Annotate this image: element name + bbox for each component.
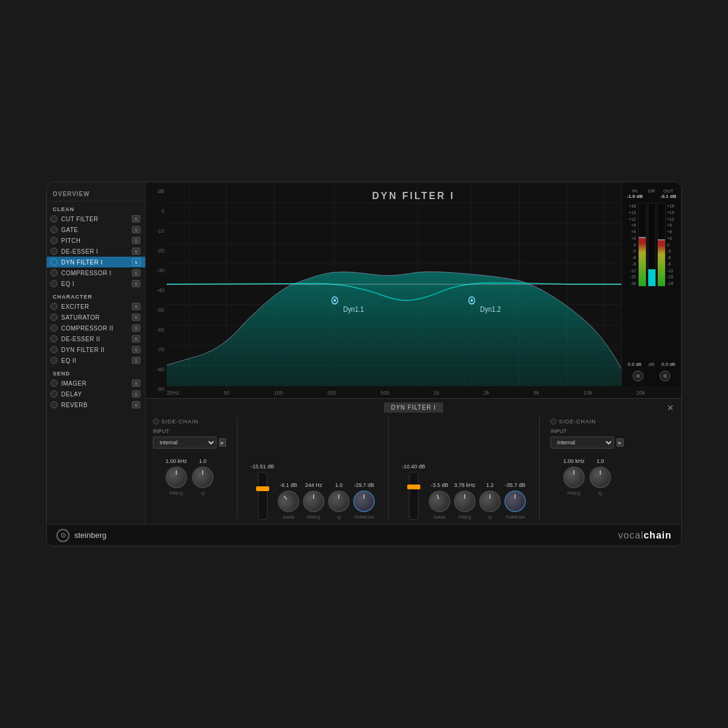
bottom-panel: DYN FILTER I ✕ SIDE-CHAIN INPUT <box>146 398 681 524</box>
content-area: DYN FILTER I dB 0 -10 -20 -30 -40 -50 -6… <box>146 182 681 524</box>
sidebar-item-dyn-filter-ii[interactable]: DYN FILTER II S <box>47 344 145 355</box>
dyn1-gain-knob[interactable] <box>273 486 304 517</box>
sidebar-item-exciter[interactable]: EXCITER S <box>47 301 145 312</box>
x-label-1k: 1k <box>434 390 440 396</box>
dyn2-gain-knob[interactable] <box>426 488 453 515</box>
sidebar-item-label: GATE <box>61 227 132 233</box>
dyn1-gain-label: GAIN <box>282 515 294 520</box>
power-icon-cut-filter[interactable] <box>50 215 58 222</box>
dyn2-freq-knob[interactable] <box>454 491 476 512</box>
left-input-select[interactable]: Internal <box>153 437 216 449</box>
solo-btn-compressor-i[interactable]: S <box>132 269 140 276</box>
plugin-container: OVERVIEW CLEAN CUT FILTER S GATE S PITCH… <box>46 182 682 546</box>
sidebar-item-pitch[interactable]: PITCH S <box>47 235 145 246</box>
sidebar-item-label: COMPRESSOR II <box>61 325 132 332</box>
solo-btn-pitch[interactable]: S <box>132 237 140 244</box>
footer: ⊙ steinberg vocalchain <box>47 524 681 546</box>
sidebar-item-eq-i[interactable]: EQ I S <box>47 278 145 289</box>
power-icon-saturator[interactable] <box>50 314 58 321</box>
dyn1-q-knob[interactable] <box>328 491 350 512</box>
dyn2-fader-handle[interactable] <box>407 485 420 489</box>
bypass-button-in[interactable] <box>639 237 646 238</box>
power-icon-gate[interactable] <box>50 226 58 233</box>
sidebar-item-de-esser-i[interactable]: DE-ESSER I S <box>47 246 145 257</box>
power-icon-pitch[interactable] <box>50 237 58 244</box>
solo-btn-delay[interactable]: S <box>132 390 140 398</box>
sidebar-item-gate[interactable]: GATE S <box>47 224 145 235</box>
sidebar-item-cut-filter[interactable]: CUT FILTER S <box>47 213 145 224</box>
spectrum-display: DYN FILTER I dB 0 -10 -20 -30 -40 -50 -6… <box>146 182 681 398</box>
solo-btn-eq-i[interactable]: S <box>132 280 140 287</box>
power-icon-reverb[interactable] <box>50 401 58 408</box>
dyn2-section: -10.40 dB -3.5 dB GAIN 3.78 kHz <box>397 416 531 520</box>
solo-btn-dyn-filter-ii[interactable]: S <box>132 346 140 353</box>
sidebar-item-de-esser-ii[interactable]: DE-ESSER II S <box>47 333 145 344</box>
dyn2-fader-track[interactable] <box>409 472 419 520</box>
power-icon-eq-ii[interactable] <box>50 357 58 364</box>
solo-btn-de-esser-ii[interactable]: S <box>132 335 140 342</box>
right-freq-knob[interactable] <box>563 467 585 488</box>
dyn2-q-knob[interactable] <box>479 491 501 512</box>
dyn2-thresh-label: THRESH <box>506 515 525 520</box>
dyn1-fader-handle[interactable] <box>256 486 269 491</box>
solo-btn-cut-filter[interactable]: S <box>132 215 140 222</box>
divider-2 <box>388 416 389 520</box>
y-axis: dB 0 -10 -20 -30 -40 -50 -60 -70 -80 -90 <box>146 182 167 398</box>
sidebar-item-eq-ii[interactable]: EQ II S <box>47 355 145 366</box>
dyn2-freq-group: 3.78 kHz FREQ <box>454 482 476 520</box>
solo-btn-reverb[interactable]: S <box>132 401 140 408</box>
power-icon-de-esser-i[interactable] <box>50 248 58 255</box>
right-q-knob[interactable] <box>589 467 611 488</box>
power-icon-compressor-i[interactable] <box>50 269 58 276</box>
sidebar-item-compressor-i[interactable]: COMPRESSOR I S <box>47 267 145 278</box>
monitor-btn-out[interactable] <box>660 371 670 381</box>
close-button[interactable]: ✕ <box>667 403 674 413</box>
dyn1-gain-group: -6.1 dB GAIN <box>278 482 299 520</box>
solo-btn-compressor-ii[interactable]: S <box>132 324 140 332</box>
power-icon-imager[interactable] <box>50 380 58 387</box>
right-sidechain-indicator[interactable] <box>550 419 556 425</box>
left-freq-knob[interactable] <box>166 467 187 488</box>
solo-btn-imager[interactable]: S <box>132 380 140 387</box>
sidechain-indicator[interactable] <box>153 419 159 425</box>
sidebar-item-label: DYN FILTER I <box>61 259 132 266</box>
power-icon-eq-i[interactable] <box>50 280 58 287</box>
right-input-select[interactable]: Internal <box>550 437 614 449</box>
power-icon-de-esser-ii[interactable] <box>50 335 58 342</box>
sidebar-item-imager[interactable]: IMAGER S <box>47 378 145 389</box>
dyn1-q-label: Q <box>337 515 341 520</box>
power-icon-delay[interactable] <box>50 390 58 398</box>
in-label: IN <box>627 188 643 194</box>
left-q-knob[interactable] <box>192 467 213 488</box>
section-clean: CLEAN <box>47 204 145 213</box>
dyn1-freq-knob[interactable] <box>303 491 324 512</box>
dyn1-fader-track[interactable] <box>258 472 267 520</box>
dyn2-thresh-knob[interactable] <box>504 491 526 512</box>
sidebar-item-saturator[interactable]: SATURATOR S <box>47 312 145 323</box>
solo-btn-exciter[interactable]: S <box>132 303 140 310</box>
sidebar-item-compressor-ii[interactable]: COMPRESSOR II S <box>47 323 145 333</box>
left-sidechain-btn[interactable]: ▶ <box>219 438 226 447</box>
solo-btn-dyn-filter-i[interactable]: S <box>132 258 140 266</box>
divider-1 <box>237 416 237 520</box>
power-icon-dyn-filter-ii[interactable] <box>50 346 58 353</box>
solo-btn-eq-ii[interactable]: S <box>132 357 140 364</box>
power-icon-compressor-ii[interactable] <box>50 324 58 332</box>
y-label-db: dB <box>146 188 167 194</box>
sidebar-item-reverb[interactable]: REVERB S <box>47 399 145 410</box>
sidebar-item-delay[interactable]: DELAY S <box>47 389 145 399</box>
dyn1-thresh-knob[interactable] <box>353 491 375 512</box>
y-label--90: -90 <box>146 386 167 392</box>
sidebar-item-label: REVERB <box>61 402 132 408</box>
dyn1-freq-label: FREQ <box>307 515 320 520</box>
solo-btn-gate[interactable]: S <box>132 226 140 233</box>
power-icon-dyn-filter-i[interactable] <box>50 258 58 266</box>
sidebar-item-dyn-filter-i[interactable]: DYN FILTER I S <box>47 257 145 267</box>
steinberg-icon: ⊙ <box>56 529 70 542</box>
monitor-btn-in[interactable] <box>633 371 643 381</box>
solo-btn-saturator[interactable]: S <box>132 314 140 321</box>
power-icon-exciter[interactable] <box>50 303 58 310</box>
divider-3 <box>539 416 540 520</box>
right-sidechain-btn[interactable]: ▶ <box>616 438 624 447</box>
solo-btn-de-esser-i[interactable]: S <box>132 248 140 255</box>
